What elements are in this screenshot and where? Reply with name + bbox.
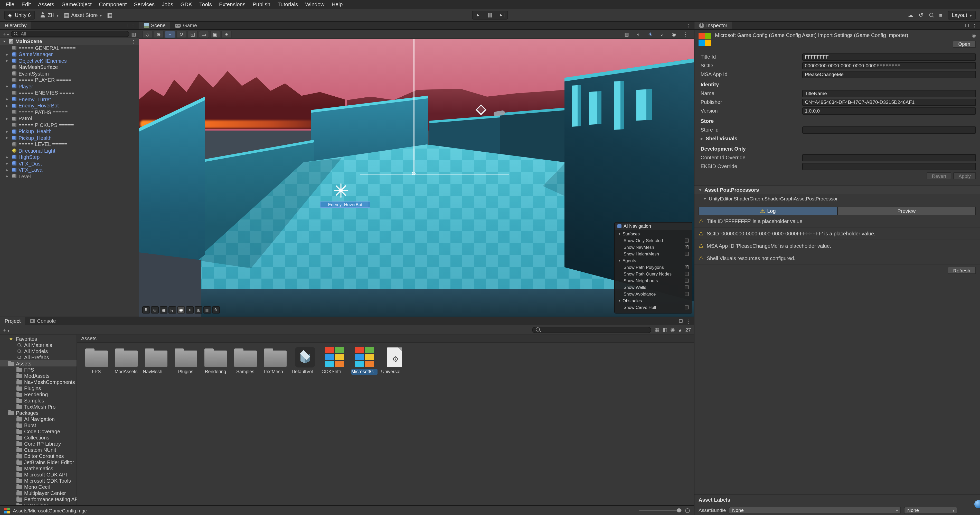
overlay-tool-button[interactable]: ⠿: [142, 306, 150, 314]
expand-arrow-icon[interactable]: [6, 155, 8, 159]
project-tree-item[interactable]: ★ Mathematics: [0, 465, 76, 471]
tool-button[interactable]: ⌖: [165, 30, 175, 38]
tab-project[interactable]: Project: [0, 317, 25, 325]
msa-app-id-input[interactable]: [802, 71, 976, 78]
project-tree-item[interactable]: ★ Samples: [0, 397, 76, 403]
project-tree-item[interactable]: ★ Custom NUnit: [0, 446, 76, 453]
slider-knob[interactable]: [677, 508, 681, 512]
hierarchy-row[interactable]: GameManager ›: [0, 51, 139, 57]
tab-preview[interactable]: Preview: [837, 207, 976, 215]
lock-icon[interactable]: [965, 24, 969, 27]
project-tree-item[interactable]: ★ Mono Cecil: [0, 484, 76, 490]
asset-item[interactable]: ⚙ TextMesh...: [261, 346, 289, 375]
checkbox[interactable]: [685, 245, 689, 249]
checkbox[interactable]: [685, 278, 689, 282]
tab-log[interactable]: ⚠Log: [698, 207, 837, 215]
create-asset-button[interactable]: +: [3, 327, 10, 333]
hierarchy-row[interactable]: Enemy_Turret ›: [0, 96, 139, 102]
project-tree-item[interactable]: ★ All Models: [0, 348, 76, 354]
kebab-menu-icon[interactable]: [130, 22, 135, 29]
menu-item[interactable]: GDK: [177, 0, 196, 9]
project-search-input[interactable]: [532, 327, 652, 333]
menu-item[interactable]: Publish: [249, 0, 274, 9]
overlay-tool-button[interactable]: ⊕: [151, 306, 159, 314]
version-input[interactable]: [802, 107, 976, 114]
pause-button[interactable]: [484, 11, 496, 19]
expand-arrow-icon[interactable]: [6, 53, 8, 57]
checkbox[interactable]: [685, 285, 689, 289]
hierarchy-row[interactable]: Player ›: [0, 83, 139, 90]
hierarchy-row[interactable]: Pickup_Health ›: [0, 135, 139, 141]
asset-store-dropdown[interactable]: Asset Store: [64, 12, 102, 19]
expand-arrow-icon[interactable]: [6, 97, 8, 102]
tab-hierarchy[interactable]: Hierarchy: [0, 22, 31, 29]
search-icon[interactable]: [928, 12, 934, 18]
hierarchy-row[interactable]: VFX_Lava ›: [0, 167, 139, 173]
tab-game[interactable]: Game: [170, 22, 202, 29]
project-tree-item[interactable]: ★ All Prefabs: [0, 354, 76, 360]
tool-button[interactable]: ◱: [188, 30, 198, 38]
nav-option-row[interactable]: ▼ Agents: [615, 257, 692, 264]
expand-arrow-icon[interactable]: [6, 168, 8, 172]
tab-inspector[interactable]: Inspector: [694, 22, 732, 29]
checkbox[interactable]: [685, 238, 689, 242]
services-grid-icon[interactable]: [107, 12, 113, 19]
nav-option-row[interactable]: ▼ Show Walls: [615, 284, 692, 290]
project-tree-item[interactable]: ★ ModAssets: [0, 373, 76, 379]
overlay-tool-button[interactable]: ⌖: [186, 306, 194, 314]
shell-visuals-foldout[interactable]: ▶Shell Visuals: [694, 134, 980, 143]
lock-icon[interactable]: [679, 319, 682, 323]
hierarchy-row[interactable]: Patrol ›: [0, 115, 139, 122]
expand-arrow-icon[interactable]: [6, 117, 8, 121]
favorites-star-icon[interactable]: [678, 327, 682, 333]
hierarchy-row[interactable]: VFX_Dust ›: [0, 160, 139, 167]
overlay-tool-button[interactable]: ◉: [177, 306, 185, 314]
ai-navigation-header[interactable]: AI Navigation: [615, 223, 692, 230]
menu-item[interactable]: Tutorials: [274, 0, 302, 9]
overlay-tool-button[interactable]: ⊞: [195, 306, 202, 314]
project-tree-item[interactable]: ★ Packages: [0, 410, 76, 416]
kebab-menu-icon[interactable]: [686, 318, 691, 324]
scid-input[interactable]: [802, 62, 976, 69]
nav-option-row[interactable]: ▼ Show HeightMesh: [615, 250, 692, 257]
project-tree-item[interactable]: ★ Microsoft GDK API: [0, 471, 76, 477]
scene-viewport[interactable]: Enemy_HoverBot AI Navigation ▼ Surfaces: [139, 39, 694, 317]
hierarchy-row[interactable]: ObjectiveKillEnemies ›: [0, 57, 139, 64]
ekbid-override-input[interactable]: [802, 163, 976, 170]
hierarchy-row[interactable]: EventSystem ›: [0, 70, 139, 77]
project-tree-item[interactable]: ★ Code Coverage: [0, 428, 76, 434]
apply-button[interactable]: Apply: [953, 172, 976, 179]
asset-item[interactable]: ⚙ NavMeshC...: [142, 346, 170, 375]
undo-history-icon[interactable]: [919, 12, 923, 19]
expand-arrow[interactable]: ▼: [3, 40, 7, 43]
add-object-button[interactable]: +: [3, 30, 9, 37]
type-filter-icon[interactable]: ◉: [670, 327, 675, 333]
hierarchy-row[interactable]: ===== PATHS ===== ›: [0, 109, 139, 115]
nav-option-row[interactable]: ▼ Obstacles: [615, 297, 692, 304]
thumbnail-size-slider[interactable]: [639, 510, 682, 511]
project-tree-item[interactable]: ★ Microsoft GDK Tools: [0, 477, 76, 484]
project-tree-item[interactable]: ★ Favorites: [0, 336, 76, 342]
nav-option-row[interactable]: ▼ Show Path Polygons: [615, 264, 692, 270]
pin-icon[interactable]: [972, 32, 976, 38]
tool-button[interactable]: ⊕: [154, 30, 164, 38]
project-tree-item[interactable]: ★ Burst: [0, 422, 76, 428]
expand-arrow-icon[interactable]: [6, 174, 8, 179]
menu-item[interactable]: Edit: [18, 0, 34, 9]
kebab-menu-icon[interactable]: [686, 22, 691, 29]
project-tree-item[interactable]: ★ Plugins: [0, 385, 76, 391]
revert-button[interactable]: Revert: [927, 172, 951, 179]
menu-item[interactable]: GameObject: [58, 0, 95, 9]
hamburger-menu-icon[interactable]: [939, 12, 942, 18]
hierarchy-row[interactable]: NavMeshSurface ›: [0, 64, 139, 70]
content-id-override-input[interactable]: [802, 154, 976, 161]
asset-item[interactable]: ⚙ Samples: [231, 346, 259, 375]
assetbundle-variant-dropdown[interactable]: None: [904, 507, 958, 514]
project-tree-item[interactable]: ★ All Materials: [0, 342, 76, 348]
kebab-menu-icon[interactable]: [972, 22, 977, 29]
menu-item[interactable]: Assets: [34, 0, 58, 9]
tool-button[interactable]: ◇: [142, 30, 153, 38]
hierarchy-row[interactable]: ===== LEVEL ===== ›: [0, 141, 139, 148]
hierarchy-row[interactable]: ===== ENEMIES ===== ›: [0, 90, 139, 96]
tab-scene[interactable]: Scene: [139, 22, 170, 29]
